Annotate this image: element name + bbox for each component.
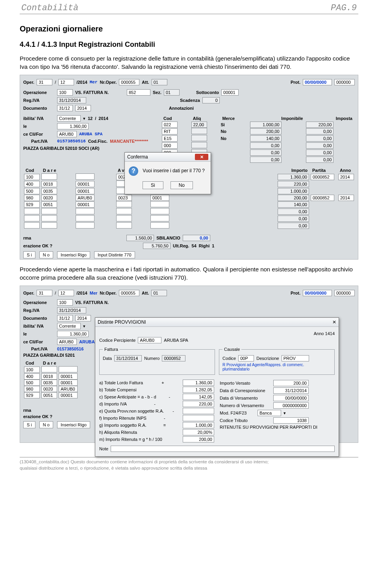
- fld-f[interactable]: [183, 415, 214, 421]
- row2-d2[interactable]: ARUB0: [59, 386, 78, 392]
- row-d1[interactable]: [41, 173, 57, 180]
- fld2-protd[interactable]: 00/00/0000: [303, 290, 332, 296]
- fld-codtrib[interactable]: 1038: [273, 417, 309, 424]
- row-a2[interactable]: [150, 222, 169, 229]
- btn2-no[interactable]: N o: [39, 421, 53, 428]
- btn-input-distinte[interactable]: Input Distinte 770: [94, 251, 135, 258]
- fld2-ibilita[interactable]: Corrente: [57, 323, 81, 329]
- fld-sottoconto[interactable]: 00001: [221, 89, 239, 96]
- row-d1[interactable]: 0018: [41, 181, 57, 187]
- row-a2[interactable]: [150, 215, 169, 221]
- fld-h[interactable]: 20,00%: [183, 429, 214, 435]
- row-a1[interactable]: [116, 222, 132, 229]
- row-d1[interactable]: [41, 208, 57, 214]
- row2-code[interactable]: 400: [24, 373, 40, 380]
- row2-d2[interactable]: 00001: [59, 373, 78, 380]
- row-d2[interactable]: 00001: [76, 188, 94, 194]
- row-code[interactable]: [24, 208, 40, 214]
- row-a2[interactable]: [150, 201, 169, 207]
- row-a1[interactable]: 0023: [116, 195, 132, 201]
- fld-a[interactable]: 1.360,00: [183, 380, 214, 386]
- fld-nroper[interactable]: 000055: [119, 79, 139, 85]
- row-code[interactable]: [24, 215, 40, 221]
- row-code[interactable]: 929: [24, 201, 40, 208]
- row2-code[interactable]: 100: [24, 367, 40, 373]
- row2-code[interactable]: 980: [24, 386, 40, 392]
- fld-doc-a[interactable]: 2014: [75, 105, 91, 111]
- row-d1[interactable]: 0051: [41, 201, 57, 208]
- btn2-insrigo[interactable]: Inserisci Rigo: [57, 421, 90, 428]
- fld2-opcode[interactable]: 100: [57, 299, 73, 306]
- fld-prot-num[interactable]: 000000: [334, 79, 355, 85]
- row-d1[interactable]: [41, 222, 57, 229]
- row-a1[interactable]: [116, 215, 132, 221]
- fld-ibilita[interactable]: Corrente: [57, 115, 81, 122]
- fld-codperc[interactable]: ARUB0: [138, 337, 161, 343]
- row-a2[interactable]: 0001: [150, 195, 169, 201]
- fld-b[interactable]: 1.282,05: [183, 387, 214, 393]
- fld2-doca[interactable]: 2014: [75, 315, 91, 321]
- fld2-protn[interactable]: 000000: [334, 290, 355, 296]
- iva-cod[interactable]: 022: [162, 122, 178, 128]
- fld-banca[interactable]: Banca: [258, 410, 281, 416]
- dialog-btn-no[interactable]: No: [170, 181, 193, 189]
- row-a2[interactable]: [150, 208, 169, 214]
- fld-oper-gg[interactable]: 31: [37, 79, 52, 85]
- row-anno[interactable]: 2014: [338, 195, 354, 201]
- row-code[interactable]: 980: [24, 195, 40, 201]
- row2-code[interactable]: 500: [24, 380, 40, 386]
- row-d1[interactable]: 0035: [41, 188, 57, 194]
- row-d2[interactable]: 00001: [76, 181, 94, 187]
- row-d2[interactable]: [76, 215, 94, 221]
- fld-caus-descr[interactable]: PROV: [282, 355, 309, 361]
- fld-note[interactable]: [111, 446, 335, 452]
- row2-d1[interactable]: 0018: [41, 373, 57, 380]
- row-d1[interactable]: 0020: [41, 195, 57, 201]
- row2-code[interactable]: 929: [24, 392, 40, 398]
- close-icon[interactable]: ✕: [332, 319, 336, 325]
- row2-d2[interactable]: 00001: [59, 392, 78, 398]
- fld2-le[interactable]: 1.360,00: [57, 331, 89, 337]
- row-code[interactable]: 400: [24, 181, 40, 187]
- btn-ins-rigo[interactable]: Inserisci Rigo: [57, 251, 90, 258]
- row-d2[interactable]: [76, 208, 94, 214]
- fld-impvers[interactable]: 200.00: [273, 380, 309, 386]
- fld2-clicode[interactable]: ARUB0: [57, 339, 77, 345]
- btn2-si[interactable]: S i: [23, 421, 35, 428]
- row-a1[interactable]: [116, 201, 132, 207]
- fld-e[interactable]: [183, 408, 214, 414]
- row2-d2[interactable]: [59, 366, 78, 372]
- fld-cli-code[interactable]: ARUB0: [57, 131, 77, 137]
- close-icon[interactable]: ✕: [195, 154, 208, 160]
- fld-prot-date[interactable]: 00/00/0000: [303, 79, 332, 85]
- row-d2[interactable]: [76, 222, 94, 229]
- fld2-docg[interactable]: 31/12: [57, 315, 73, 321]
- row-a1[interactable]: [116, 208, 132, 214]
- row-code[interactable]: 100: [24, 174, 40, 180]
- fld-numvers[interactable]: 0000000000: [273, 402, 309, 409]
- fld-le[interactable]: 1.360,00: [57, 123, 89, 129]
- fld-operaz-code[interactable]: 100: [57, 89, 73, 96]
- fld-c[interactable]: 142,05: [183, 394, 214, 400]
- row-code[interactable]: 500: [24, 188, 40, 194]
- row-part[interactable]: 0000852: [311, 195, 334, 201]
- row-code[interactable]: [24, 222, 40, 229]
- fld2-gg[interactable]: 31: [37, 290, 52, 296]
- row-d1[interactable]: [41, 215, 57, 221]
- fld-caus-cod[interactable]: 00P: [238, 355, 254, 361]
- fld-datavers[interactable]: 00/00/0000: [273, 395, 309, 401]
- row-part[interactable]: 0000852: [311, 174, 334, 180]
- row2-d1[interactable]: 0035: [41, 380, 57, 386]
- fld2-mm[interactable]: 12: [58, 290, 74, 296]
- row-d2[interactable]: [76, 173, 94, 180]
- iva-cod[interactable]: 000: [162, 142, 178, 149]
- dialog-btn-si[interactable]: Si: [143, 181, 163, 189]
- row-d2[interactable]: ARUB0: [76, 195, 94, 201]
- fld-operaz-num[interactable]: 852: [127, 89, 150, 96]
- row-anno[interactable]: 2014: [338, 174, 354, 180]
- fld-g[interactable]: 1.000,00: [183, 422, 214, 428]
- fld2-nroper[interactable]: 000055: [119, 290, 139, 296]
- fld-datacorr[interactable]: 31/12/2014: [273, 387, 309, 394]
- btn-si[interactable]: S i: [23, 251, 35, 258]
- row2-d1[interactable]: 0051: [41, 392, 57, 398]
